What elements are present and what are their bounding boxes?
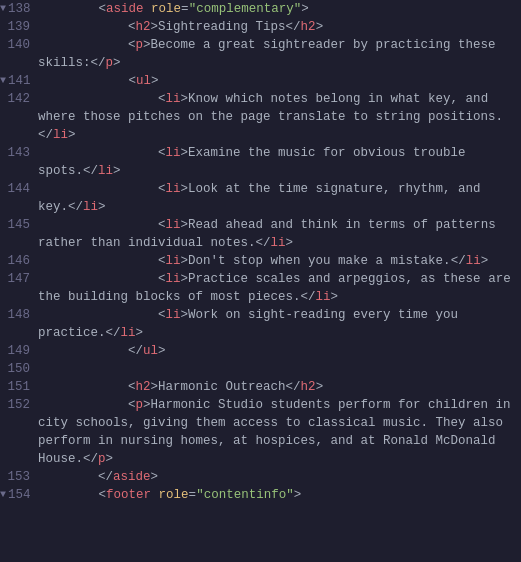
indent-token [38,218,158,232]
bracket-token: < [128,398,136,412]
tag-token: p [136,398,144,412]
code-line: 147 <li>Practice scales and arpeggios, a… [0,270,521,306]
line-number: 139 [0,18,38,36]
indent-token [38,344,128,358]
line-content: <li>Read ahead and think in terms of pat… [38,216,521,252]
tag-token: aside [106,2,144,16]
line-content: </ul> [38,342,521,360]
bracket-token: </ [256,236,271,250]
tag-token: li [316,290,331,304]
tag-token: li [166,182,181,196]
tag-token: li [121,326,136,340]
line-content: <h2>Sightreading Tips</h2> [38,18,521,36]
bracket-token: > [481,254,489,268]
indent-token [38,92,158,106]
tag-token: li [166,146,181,160]
code-line: 153 </aside> [0,468,521,486]
line-content: <p>Harmonic Studio students perform for … [38,396,521,468]
text-token [144,2,152,16]
bracket-token: < [128,38,136,52]
indent-token [38,20,128,34]
bracket-token: < [158,92,166,106]
line-content: <li>Examine the music for obvious troubl… [38,144,521,180]
bracket-token: </ [286,20,301,34]
bracket-token: > [136,326,144,340]
line-content: <footer role="contentinfo"> [39,486,521,504]
code-line: 150 [0,360,521,378]
line-number: 153 [0,468,38,486]
text-token: Don't stop when you make a mistake. [188,254,451,268]
line-number: 151 [0,378,38,396]
attr-value-token: "complementary" [189,2,302,16]
indent-token [38,380,128,394]
bracket-token: < [128,380,136,394]
code-line: 151 <h2>Harmonic Outreach</h2> [0,378,521,396]
line-number: ▼154 [0,486,39,504]
line-number: 146 [0,252,38,270]
line-number: 144 [0,180,38,198]
indent-token [38,308,158,322]
line-number: 150 [0,360,38,378]
bracket-token: > [151,74,159,88]
bracket-token: > [113,56,121,70]
code-line: ▼141 <ul> [0,72,521,90]
indent-token [39,2,99,16]
bracket-token: < [128,20,136,34]
indent-token [39,488,99,502]
bracket-token: > [181,146,189,160]
indent-token [38,398,128,412]
code-line: ▼138 <aside role="complementary"> [0,0,521,18]
indent-token [38,470,98,484]
line-number: 152 [0,396,38,414]
line-number: ▼138 [0,0,39,18]
indent-token [38,254,158,268]
bracket-token: </ [301,290,316,304]
line-number: 148 [0,306,38,324]
bracket-token: > [143,398,151,412]
bracket-token: </ [98,470,113,484]
bracket-token: > [181,272,189,286]
line-number: 140 [0,36,38,54]
indent-token [38,38,128,52]
tag-token: li [53,128,68,142]
tag-token: p [136,38,144,52]
bracket-token: < [158,308,166,322]
line-content: </aside> [38,468,521,486]
tag-token: h2 [301,20,316,34]
bracket-token: < [158,272,166,286]
bracket-token: > [158,344,166,358]
line-number: 143 [0,144,38,162]
code-line: ▼154 <footer role="contentinfo"> [0,486,521,504]
line-content: <ul> [39,72,521,90]
bracket-token: > [68,128,76,142]
tag-token: li [98,164,113,178]
bracket-token: </ [68,200,83,214]
code-line: 152 <p>Harmonic Studio students perform … [0,396,521,468]
code-editor: ▼138 <aside role="complementary">139 <h2… [0,0,521,562]
indent-token [38,272,158,286]
bracket-token: > [316,20,324,34]
tag-token: h2 [136,20,151,34]
bracket-token: > [181,92,189,106]
bracket-token: > [286,236,294,250]
bracket-token: < [129,74,137,88]
attr-name-token: role [151,2,181,16]
bracket-token: > [181,218,189,232]
code-line: 146 <li>Don't stop when you make a mista… [0,252,521,270]
bracket-token: </ [38,128,53,142]
bracket-token: > [151,380,159,394]
bracket-token: > [181,308,189,322]
bracket-token: < [158,146,166,160]
line-number: ▼141 [0,72,39,90]
bracket-token: </ [451,254,466,268]
bracket-token: > [106,452,114,466]
code-line: 144 <li>Look at the time signature, rhyt… [0,180,521,216]
attr-name-token: role [159,488,189,502]
code-line: 139 <h2>Sightreading Tips</h2> [0,18,521,36]
bracket-token: </ [286,380,301,394]
bracket-token: > [316,380,324,394]
bracket-token: </ [91,56,106,70]
line-content: <p>Become a great sightreader by practic… [38,36,521,72]
bracket-token: > [294,488,302,502]
bracket-token: = [189,488,197,502]
